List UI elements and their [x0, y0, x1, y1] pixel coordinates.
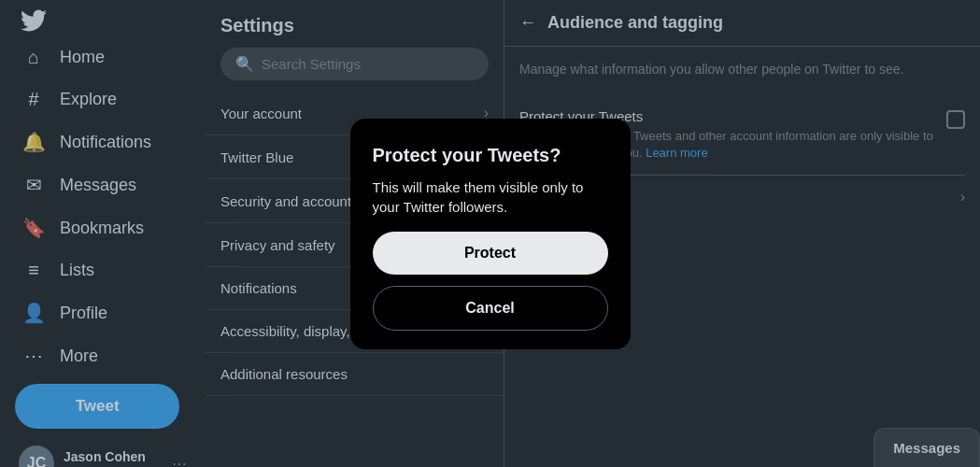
modal-description: This will make them visible only to your…: [373, 177, 608, 217]
protect-button[interactable]: Protect: [373, 232, 608, 275]
protect-tweets-modal: Protect your Tweets? This will make them…: [350, 119, 631, 349]
cancel-button[interactable]: Cancel: [373, 286, 608, 331]
modal-title: Protect your Tweets?: [373, 145, 608, 166]
modal-overlay[interactable]: Protect your Tweets? This will make them…: [0, 0, 980, 467]
